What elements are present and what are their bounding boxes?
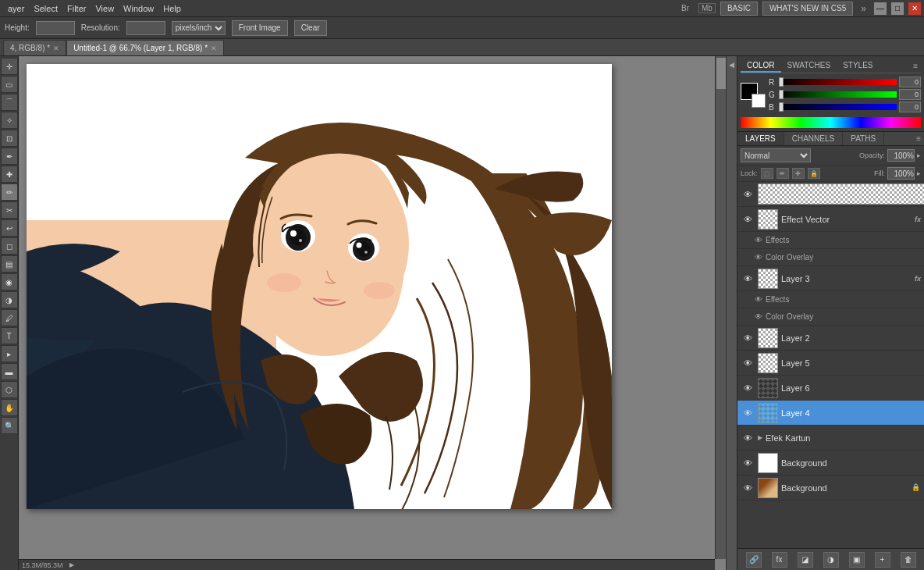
tool-blur[interactable]: ◉ [1,273,18,290]
add-style-btn[interactable]: fx [772,552,787,568]
new-layer-btn[interactable]: + [875,552,890,568]
canvas-scrollbar-vertical[interactable] [715,56,726,559]
lock-position-btn[interactable]: ✛ [792,168,805,179]
layer-item-background[interactable]: 👁 Background 🔒 [737,476,924,501]
tool-3d[interactable]: ⬡ [1,381,18,398]
styles-tab[interactable]: STYLES [837,59,879,73]
workspace-basic-btn[interactable]: BASIC [720,2,758,16]
new-fill-btn[interactable]: ◑ [823,552,839,568]
lock-image-btn[interactable]: ✏ [777,168,789,179]
layer2-visibility-btn[interactable]: 👁 [741,331,755,345]
layer-item-layer5[interactable]: 👁 Layer 5 [737,351,924,376]
tool-magic-wand[interactable]: ✧ [1,112,18,129]
panel-collapse-btn[interactable]: ◀ [726,56,737,570]
tool-lasso[interactable]: ⌒ [1,94,18,111]
tool-marquee[interactable]: ▭ [1,76,18,93]
layer1-visibility-btn[interactable]: 👁 [741,187,755,201]
tool-history-brush[interactable]: ↩ [1,219,18,237]
add-mask-btn[interactable]: ◪ [798,552,813,568]
blend-mode-select[interactable]: Normal Dissolve Multiply Screen Overlay [741,148,811,162]
delete-layer-btn[interactable]: 🗑 [901,552,916,568]
new-group-btn[interactable]: ▣ [849,552,865,568]
tool-shape[interactable]: ▬ [1,363,18,380]
height-input[interactable] [36,21,75,35]
window-close-btn[interactable]: ✕ [908,2,921,15]
tab-2-close[interactable]: ✕ [211,45,217,52]
tool-healing[interactable]: ✚ [1,166,18,183]
swatches-tab[interactable]: SWATCHES [781,59,837,73]
tab-1-close[interactable]: ✕ [53,45,59,52]
layer-item-bg-layer[interactable]: 👁 Background [737,451,924,476]
effect-vector-visibility-btn[interactable]: 👁 [741,212,755,226]
menu-view[interactable]: View [91,2,119,15]
tab-2[interactable]: Untitled-1 @ 66.7% (Layer 1, RGB/8) * ✕ [66,40,224,55]
expand-workspace-btn[interactable]: » [858,3,869,14]
layer-item-layer2[interactable]: 👁 Layer 2 [737,326,924,351]
tool-eraser[interactable]: ◻ [1,237,18,255]
tool-text[interactable]: T [1,327,18,344]
layer-item-layer6[interactable]: 👁 Layer 6 [737,376,924,401]
bg-layer-visibility-btn[interactable]: 👁 [741,456,755,470]
red-slider-thumb[interactable] [779,77,784,87]
blue-value-input[interactable]: 0 [899,102,921,112]
background-color-swatch[interactable] [752,94,766,108]
color-panel-menu-btn[interactable]: ≡ [910,62,921,70]
fill-arrow[interactable]: ▸ [917,169,921,177]
tab-1[interactable]: 4, RGB/8) * ✕ [3,40,66,55]
layers-panel-menu-btn[interactable]: ≡ [913,132,924,145]
tool-gradient[interactable]: ▤ [1,255,18,273]
blue-slider-thumb[interactable] [779,102,784,112]
menu-help[interactable]: Help [158,2,186,15]
efek-kartun-expand-btn[interactable]: ▶ [755,433,766,444]
green-value-input[interactable]: 0 [899,89,921,100]
resolution-unit-select[interactable]: pixels/inch pixels/cm [172,21,226,35]
menu-select[interactable]: Select [29,2,62,15]
lock-transparent-btn[interactable]: ⬚ [761,168,773,179]
window-minimize-btn[interactable]: — [874,2,887,15]
layer-item-effect-vector[interactable]: 👁 Effect Vector fx [737,207,924,232]
layer3-fx-btn[interactable]: fx [915,275,921,283]
color-spectrum[interactable] [741,117,921,128]
tool-zoom[interactable]: 🔍 [1,417,18,434]
whats-new-btn[interactable]: WHAT'S NEW IN CS5 [762,2,853,16]
front-image-btn[interactable]: Front Image [232,20,288,36]
layer-item-layer4[interactable]: 👁 Layer 4 [737,401,924,426]
window-maximize-btn[interactable]: □ [891,2,904,15]
green-slider-track[interactable] [779,91,897,98]
tool-hand[interactable]: ✋ [1,399,18,416]
status-arrow[interactable]: ▶ [69,561,74,568]
green-slider-thumb[interactable] [779,90,784,99]
layer4-visibility-btn[interactable]: 👁 [741,406,755,420]
clear-btn[interactable]: Clear [294,20,327,36]
tool-eyedropper[interactable]: ✒ [1,148,18,165]
efek-kartun-visibility-btn[interactable]: 👁 [741,431,755,445]
tool-dodge[interactable]: ◑ [1,291,18,308]
layer5-visibility-btn[interactable]: 👁 [741,356,755,370]
tool-pen[interactable]: 🖊 [1,309,18,326]
menu-filter[interactable]: Filter [62,2,91,15]
layers-tab[interactable]: LAYERS [737,132,784,145]
tool-brush[interactable]: ✏ [1,183,18,201]
red-slider-track[interactable] [779,79,897,85]
blue-slider-track[interactable] [779,104,897,110]
layer-item-efek-kartun[interactable]: 👁 ▶ Efek Kartun [737,426,924,451]
layer-item-layer1[interactable]: 👁 Layer 1 [737,182,924,207]
channels-tab[interactable]: CHANNELS [784,132,843,145]
red-value-input[interactable]: 0 [899,77,921,87]
menu-window[interactable]: Window [119,2,158,15]
tool-path-select[interactable]: ▸ [1,345,18,362]
link-layers-btn[interactable]: 🔗 [746,552,762,568]
scroll-thumb-vertical[interactable] [716,58,726,89]
menu-ayer[interactable]: ayer [3,2,29,15]
opacity-input[interactable]: 100% [887,149,915,162]
paths-tab[interactable]: PATHS [843,132,884,145]
opacity-arrow[interactable]: ▸ [917,151,921,159]
layer3-visibility-btn[interactable]: 👁 [741,272,755,286]
background-visibility-btn[interactable]: 👁 [741,481,755,495]
lock-all-btn[interactable]: 🔒 [808,168,820,179]
layer6-visibility-btn[interactable]: 👁 [741,381,755,395]
layer-item-layer3[interactable]: 👁 Layer 3 fx [737,266,924,291]
color-tab[interactable]: COLOR [741,59,781,73]
effect-vector-fx-btn[interactable]: fx [915,216,921,223]
tool-clone[interactable]: ✂ [1,201,18,219]
